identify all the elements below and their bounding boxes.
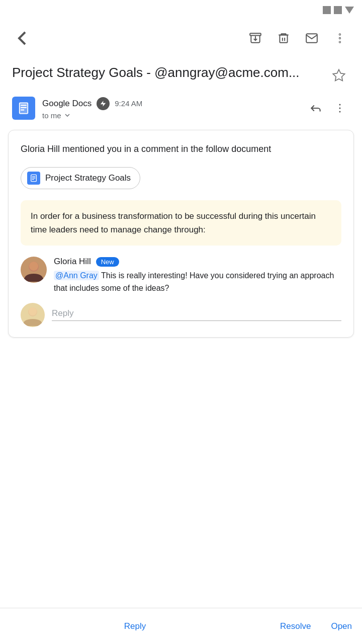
mention-link[interactable]: @Ann Gray [54, 271, 99, 280]
sender-more-button[interactable] [330, 98, 350, 118]
svg-point-7 [339, 37, 340, 39]
sender-info: Google Docs 9:24 AM to me [42, 97, 299, 120]
reply-button[interactable]: Reply [0, 615, 270, 637]
svg-point-6 [339, 34, 340, 35]
delete-icon [277, 32, 290, 45]
svg-point-17 [339, 108, 341, 109]
lightning-badge [97, 97, 110, 110]
chevron-down-icon [63, 111, 71, 119]
svg-point-24 [29, 262, 38, 271]
mail-button[interactable] [300, 26, 324, 50]
comment-body: Gloria Hill New @Ann Gray This is really… [54, 257, 341, 295]
reply-quick-button[interactable] [306, 98, 326, 118]
bottom-bar: Reply Resolve Open [0, 608, 362, 644]
svg-point-26 [29, 307, 37, 315]
svg-marker-9 [333, 69, 344, 80]
svg-rect-2 [280, 35, 287, 43]
svg-point-16 [339, 104, 341, 106]
resolve-button[interactable]: Resolve [270, 615, 321, 637]
email-subject: Project Strategy Goals - @anngray@acme.c… [12, 64, 300, 82]
toolbar [0, 20, 362, 56]
sender-more-icon [334, 102, 346, 114]
comment-row: Gloria Hill New @Ann Gray This is really… [21, 257, 341, 295]
email-header: Project Strategy Goals - @anngray@acme.c… [0, 56, 362, 93]
back-icon [10, 26, 34, 50]
open-button[interactable]: Open [321, 615, 362, 637]
reply-placeholder: Reply [52, 308, 73, 318]
new-badge: New [96, 257, 119, 267]
doc-chip-icon [27, 172, 40, 185]
back-button[interactable] [10, 26, 34, 50]
toolbar-actions [243, 26, 352, 50]
ann-avatar [21, 303, 45, 327]
sender-to-label: to me [42, 111, 61, 120]
signal1-icon [323, 6, 331, 14]
delete-button[interactable] [272, 26, 296, 50]
reply-input-wrap[interactable]: Reply [52, 308, 341, 321]
email-body-card: Gloria Hill mentioned you in a comment i… [8, 130, 354, 338]
doc-chip-docs-icon [30, 174, 38, 182]
sender-avatar [12, 97, 35, 120]
comment-author-name: Gloria Hill [54, 257, 91, 267]
sender-to-row[interactable]: to me [42, 111, 299, 120]
signal2-icon [334, 6, 342, 14]
doc-chip-label: Project Strategy Goals [45, 173, 131, 183]
gloria-avatar-img [21, 257, 47, 283]
reply-input-row: Reply [21, 303, 341, 327]
sender-actions [306, 98, 350, 118]
svg-marker-15 [101, 101, 106, 107]
mention-text: Gloria Hill mentioned you in a comment i… [21, 142, 341, 156]
sender-row: Google Docs 9:24 AM to me [0, 93, 362, 126]
star-button[interactable] [328, 64, 350, 87]
star-icon [332, 68, 346, 83]
comment-name-row: Gloria Hill New [54, 257, 341, 267]
lightning-icon [100, 100, 107, 107]
reply-icon [309, 102, 322, 115]
comment-text: @Ann Gray This is really interesting! Ha… [54, 270, 341, 295]
dropdown-icon [345, 7, 354, 14]
svg-rect-0 [250, 33, 261, 35]
quote-box: In order for a business transformation t… [21, 200, 341, 246]
status-bar [0, 0, 362, 20]
sender-name: Google Docs [42, 99, 92, 109]
quote-text: In order for a business transformation t… [31, 209, 331, 236]
sender-name-row: Google Docs 9:24 AM [42, 97, 299, 110]
archive-icon [249, 32, 262, 45]
svg-point-8 [339, 41, 340, 43]
doc-chip[interactable]: Project Strategy Goals [21, 167, 140, 189]
more-options-button[interactable] [328, 26, 352, 50]
svg-point-18 [339, 111, 341, 113]
docs-icon [17, 101, 31, 115]
ann-avatar-img [21, 303, 45, 327]
sender-time: 9:24 AM [115, 99, 142, 108]
gloria-avatar [21, 257, 47, 283]
mail-icon [305, 32, 318, 45]
archive-button[interactable] [243, 26, 267, 50]
more-icon [333, 32, 346, 45]
